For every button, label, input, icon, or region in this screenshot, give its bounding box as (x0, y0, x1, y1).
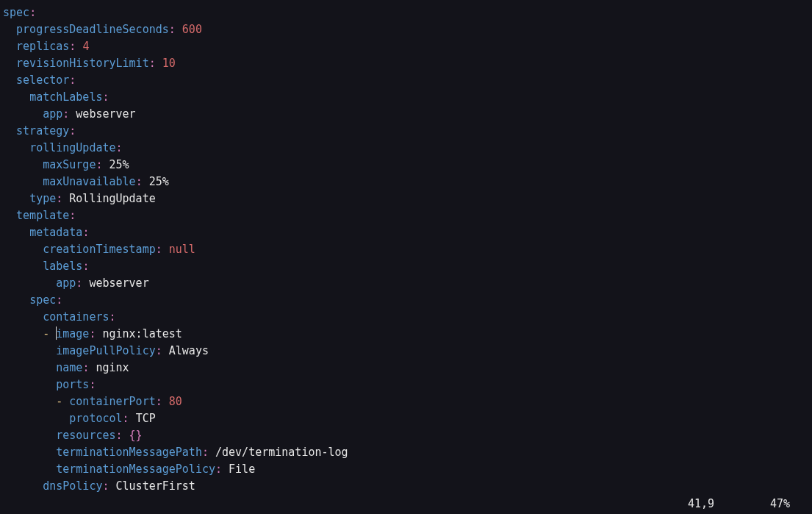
yaml-key: rollingUpdate (29, 141, 115, 154)
yaml-key: spec (3, 6, 29, 19)
code-line[interactable]: protocol: TCP (3, 410, 809, 427)
code-line[interactable]: app: webserver (3, 106, 809, 123)
code-line[interactable]: ports: (3, 376, 809, 393)
yaml-key: dnsPolicy (43, 479, 102, 493)
code-line[interactable]: matchLabels: (3, 89, 809, 106)
yaml-value: nginx (96, 361, 129, 374)
yaml-punct: : (89, 378, 96, 391)
code-line[interactable]: type: RollingUpdate (3, 190, 809, 207)
yaml-punct: : (76, 276, 82, 290)
code-line[interactable]: maxUnavailable: 25% (3, 174, 809, 190)
yaml-punct: : (62, 107, 69, 121)
code-line[interactable]: labels: (3, 258, 809, 275)
yaml-key: app (56, 276, 76, 290)
yaml-punct: : (102, 479, 109, 493)
yaml-key: spec (29, 293, 56, 307)
yaml-number: 80 (169, 395, 182, 408)
yaml-punct: : (82, 226, 89, 239)
scroll-percent: 47% (753, 496, 790, 513)
yaml-value: 25% (109, 158, 129, 171)
code-line[interactable]: terminationMessagePolicy: File (3, 461, 809, 478)
code-editor[interactable]: spec: progressDeadlineSeconds: 600 repli… (0, 0, 812, 495)
yaml-value: RollingUpdate (69, 192, 155, 205)
yaml-key: selector (16, 74, 69, 87)
yaml-key: terminationMessagePath (56, 446, 202, 459)
code-line[interactable]: spec: (3, 292, 809, 309)
code-line[interactable]: creationTimestamp: null (3, 241, 809, 258)
yaml-number: 4 (82, 40, 89, 53)
code-line[interactable]: name: nginx (3, 360, 809, 376)
yaml-value: webserver (76, 107, 135, 121)
code-line[interactable]: terminationMessagePath: /dev/termination… (3, 444, 809, 461)
yaml-value: nginx:latest (102, 327, 182, 340)
yaml-key: strategy (16, 124, 69, 138)
yaml-punct: : (156, 344, 162, 357)
yaml-punct: : (136, 175, 143, 188)
code-line[interactable]: dnsPolicy: ClusterFirst (3, 478, 809, 495)
code-line[interactable]: resources: {} (3, 427, 809, 444)
yaml-key: maxSurge (43, 158, 96, 171)
code-line[interactable]: template: (3, 207, 809, 224)
yaml-key: maxUnavailable (43, 175, 135, 188)
yaml-key: progressDeadlineSeconds (16, 23, 169, 36)
yaml-punct: : (29, 6, 36, 19)
code-line[interactable]: containers: (3, 309, 809, 326)
yaml-punct: : (69, 40, 76, 53)
yaml-value: ClusterFirst (116, 479, 195, 493)
yaml-punct: : (123, 412, 129, 425)
yaml-null: null (169, 243, 195, 256)
yaml-key: app (43, 107, 62, 121)
yaml-punct: : (156, 395, 162, 408)
yaml-key: labels (43, 260, 82, 273)
yaml-key: imagePullPolicy (56, 344, 155, 357)
yaml-key: template (16, 209, 69, 222)
yaml-punct: : (116, 429, 123, 442)
yaml-key: revisionHistoryLimit (16, 57, 149, 70)
yaml-punct: : (96, 158, 102, 171)
yaml-key: type (29, 192, 56, 205)
code-line[interactable]: spec: (3, 4, 809, 21)
yaml-punct: : (109, 310, 116, 324)
yaml-key: protocol (69, 412, 122, 425)
yaml-key: terminationMessagePolicy (56, 463, 215, 476)
yaml-key: creationTimestamp (43, 243, 156, 256)
yaml-key: matchLabels (29, 90, 102, 104)
code-line[interactable]: replicas: 4 (3, 38, 809, 55)
yaml-value: /dev/termination-log (215, 446, 348, 459)
yaml-key: replicas (16, 40, 69, 53)
code-line[interactable]: app: webserver (3, 275, 809, 292)
yaml-punct: : (69, 124, 76, 138)
code-line[interactable]: revisionHistoryLimit: 10 (3, 55, 809, 72)
code-line[interactable]: metadata: (3, 224, 809, 241)
yaml-punct: : (149, 57, 156, 70)
status-bar: 41,9 47% (0, 496, 812, 513)
code-line[interactable]: selector: (3, 72, 809, 89)
yaml-value: 25% (149, 175, 169, 188)
code-line[interactable]: - image: nginx:latest (3, 326, 809, 343)
yaml-key: metadata (29, 226, 82, 239)
yaml-key: containerPort (69, 395, 155, 408)
code-line[interactable]: rollingUpdate: (3, 140, 809, 157)
code-line[interactable]: strategy: (3, 123, 809, 140)
yaml-key: containers (43, 310, 109, 324)
yaml-punct: : (202, 446, 209, 459)
yaml-punct: : (69, 209, 76, 222)
yaml-punct: : (69, 74, 76, 87)
yaml-key: image (56, 327, 89, 340)
yaml-punct: : (169, 23, 176, 36)
code-line[interactable]: maxSurge: 25% (3, 157, 809, 174)
code-line[interactable]: progressDeadlineSeconds: 600 (3, 21, 809, 38)
yaml-number: 600 (182, 23, 202, 36)
yaml-punct: : (215, 463, 222, 476)
yaml-punct: : (56, 293, 62, 307)
cursor-position: 41,9 (688, 496, 747, 513)
code-line[interactable]: - containerPort: 80 (3, 393, 809, 410)
yaml-key: name (56, 361, 82, 374)
yaml-number: 10 (162, 57, 176, 70)
yaml-punct: : (56, 192, 62, 205)
yaml-value: File (229, 463, 255, 476)
yaml-punct: : (102, 90, 109, 104)
yaml-dash: - (43, 327, 56, 340)
yaml-punct: : (156, 243, 162, 256)
code-line[interactable]: imagePullPolicy: Always (3, 343, 809, 360)
